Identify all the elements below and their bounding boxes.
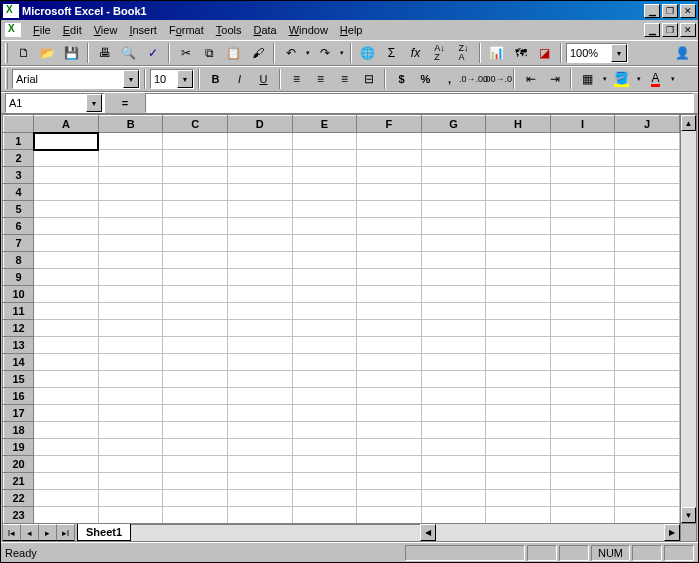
cell-C9[interactable] bbox=[163, 269, 228, 286]
cell-D6[interactable] bbox=[227, 218, 292, 235]
cell-G15[interactable] bbox=[421, 371, 486, 388]
formula-input[interactable] bbox=[145, 93, 694, 113]
cell-J9[interactable] bbox=[615, 269, 680, 286]
cell-E15[interactable] bbox=[292, 371, 357, 388]
column-header-G[interactable]: G bbox=[421, 116, 486, 133]
font-input[interactable] bbox=[13, 70, 123, 88]
fontsize-input[interactable] bbox=[151, 70, 177, 88]
cell-I13[interactable] bbox=[550, 337, 615, 354]
cell-E23[interactable] bbox=[292, 507, 357, 524]
cell-B5[interactable] bbox=[98, 201, 163, 218]
cell-C5[interactable] bbox=[163, 201, 228, 218]
cell-H5[interactable] bbox=[486, 201, 551, 218]
row-header-19[interactable]: 19 bbox=[4, 439, 34, 456]
column-header-A[interactable]: A bbox=[34, 116, 99, 133]
cell-I22[interactable] bbox=[550, 490, 615, 507]
row-header-13[interactable]: 13 bbox=[4, 337, 34, 354]
cell-A15[interactable] bbox=[34, 371, 99, 388]
cell-A8[interactable] bbox=[34, 252, 99, 269]
cell-I21[interactable] bbox=[550, 473, 615, 490]
function-button[interactable]: fx bbox=[404, 42, 427, 64]
cell-E22[interactable] bbox=[292, 490, 357, 507]
cell-F2[interactable] bbox=[357, 150, 422, 167]
cell-J14[interactable] bbox=[615, 354, 680, 371]
percent-button[interactable]: % bbox=[414, 68, 437, 90]
cell-I2[interactable] bbox=[550, 150, 615, 167]
cell-C22[interactable] bbox=[163, 490, 228, 507]
cell-G1[interactable] bbox=[421, 133, 486, 150]
cell-G6[interactable] bbox=[421, 218, 486, 235]
tab-last-button[interactable]: ▸I bbox=[57, 524, 75, 541]
cell-J18[interactable] bbox=[615, 422, 680, 439]
cell-J5[interactable] bbox=[615, 201, 680, 218]
row-header-4[interactable]: 4 bbox=[4, 184, 34, 201]
scroll-right-button[interactable]: ▶ bbox=[664, 524, 680, 541]
cell-F11[interactable] bbox=[357, 303, 422, 320]
cell-B6[interactable] bbox=[98, 218, 163, 235]
cell-F20[interactable] bbox=[357, 456, 422, 473]
cell-D5[interactable] bbox=[227, 201, 292, 218]
column-header-E[interactable]: E bbox=[292, 116, 357, 133]
cell-H11[interactable] bbox=[486, 303, 551, 320]
select-all-corner[interactable] bbox=[4, 116, 34, 133]
row-header-9[interactable]: 9 bbox=[4, 269, 34, 286]
row-header-8[interactable]: 8 bbox=[4, 252, 34, 269]
cell-F8[interactable] bbox=[357, 252, 422, 269]
office-assistant-button[interactable]: 👤 bbox=[671, 42, 694, 64]
cell-I8[interactable] bbox=[550, 252, 615, 269]
cell-C11[interactable] bbox=[163, 303, 228, 320]
cell-F12[interactable] bbox=[357, 320, 422, 337]
cell-G7[interactable] bbox=[421, 235, 486, 252]
cell-E11[interactable] bbox=[292, 303, 357, 320]
close-button[interactable]: ✕ bbox=[680, 4, 696, 18]
cell-B3[interactable] bbox=[98, 167, 163, 184]
cell-D4[interactable] bbox=[227, 184, 292, 201]
cell-F7[interactable] bbox=[357, 235, 422, 252]
open-button[interactable]: 📂 bbox=[36, 42, 59, 64]
cell-J2[interactable] bbox=[615, 150, 680, 167]
row-header-2[interactable]: 2 bbox=[4, 150, 34, 167]
cell-G10[interactable] bbox=[421, 286, 486, 303]
row-header-23[interactable]: 23 bbox=[4, 507, 34, 524]
cell-C13[interactable] bbox=[163, 337, 228, 354]
fill-color-button[interactable]: 🪣 bbox=[610, 68, 633, 90]
cell-H17[interactable] bbox=[486, 405, 551, 422]
column-header-D[interactable]: D bbox=[227, 116, 292, 133]
cell-H13[interactable] bbox=[486, 337, 551, 354]
menu-edit[interactable]: Edit bbox=[57, 22, 88, 38]
cell-G17[interactable] bbox=[421, 405, 486, 422]
cell-G23[interactable] bbox=[421, 507, 486, 524]
cell-F15[interactable] bbox=[357, 371, 422, 388]
cell-I19[interactable] bbox=[550, 439, 615, 456]
cell-I7[interactable] bbox=[550, 235, 615, 252]
cell-H20[interactable] bbox=[486, 456, 551, 473]
cell-J17[interactable] bbox=[615, 405, 680, 422]
name-box-dropdown[interactable]: ▼ bbox=[86, 94, 102, 112]
cell-C20[interactable] bbox=[163, 456, 228, 473]
cell-F1[interactable] bbox=[357, 133, 422, 150]
cell-A21[interactable] bbox=[34, 473, 99, 490]
cell-A18[interactable] bbox=[34, 422, 99, 439]
cell-I18[interactable] bbox=[550, 422, 615, 439]
cell-E6[interactable] bbox=[292, 218, 357, 235]
cell-D7[interactable] bbox=[227, 235, 292, 252]
cell-C18[interactable] bbox=[163, 422, 228, 439]
cell-H14[interactable] bbox=[486, 354, 551, 371]
cell-F16[interactable] bbox=[357, 388, 422, 405]
name-box-input[interactable] bbox=[6, 94, 86, 112]
cell-I4[interactable] bbox=[550, 184, 615, 201]
menu-data[interactable]: Data bbox=[247, 22, 282, 38]
cell-A12[interactable] bbox=[34, 320, 99, 337]
cell-B2[interactable] bbox=[98, 150, 163, 167]
cell-B7[interactable] bbox=[98, 235, 163, 252]
tab-next-button[interactable]: ▸ bbox=[39, 524, 57, 541]
cell-I1[interactable] bbox=[550, 133, 615, 150]
cell-G22[interactable] bbox=[421, 490, 486, 507]
align-left-button[interactable]: ≡ bbox=[285, 68, 308, 90]
cell-I9[interactable] bbox=[550, 269, 615, 286]
cell-C19[interactable] bbox=[163, 439, 228, 456]
italic-button[interactable]: I bbox=[228, 68, 251, 90]
cell-F13[interactable] bbox=[357, 337, 422, 354]
increase-decimal-button[interactable]: .0→.00 bbox=[462, 68, 485, 90]
cell-B23[interactable] bbox=[98, 507, 163, 524]
